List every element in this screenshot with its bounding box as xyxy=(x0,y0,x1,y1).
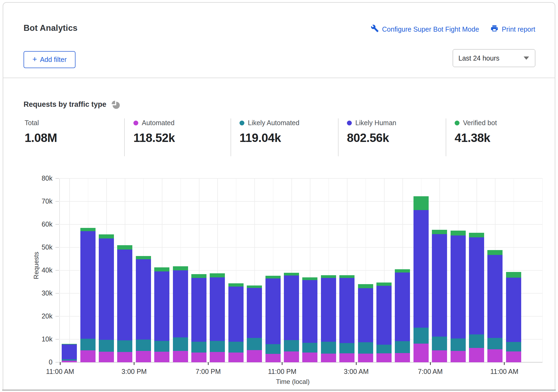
bar-segment-likely-human xyxy=(432,234,447,337)
bar-6:00 AM[interactable] xyxy=(413,178,429,362)
bar-segment-automated xyxy=(117,352,132,362)
x-axis-tick xyxy=(356,362,357,365)
bar-segment-automated xyxy=(487,349,503,362)
bar-segment-likely-automated xyxy=(228,342,244,353)
bar-segment-likely-automated xyxy=(284,340,299,351)
x-tick-label: 11:00 AM xyxy=(37,368,83,376)
bar-segment-likely-human xyxy=(265,278,281,344)
y-axis-tick xyxy=(55,316,59,317)
bar-9:00 AM[interactable] xyxy=(469,178,484,362)
print-report-link[interactable]: Print report xyxy=(490,24,535,34)
bar-segment-likely-automated xyxy=(358,342,373,354)
bar-2:00 PM[interactable] xyxy=(117,178,132,362)
bar-9:00 PM[interactable] xyxy=(247,178,262,362)
bar-segment-verified-bot xyxy=(395,269,410,273)
likely-human-dot-icon xyxy=(347,121,352,125)
bar-segment-automated xyxy=(228,353,244,362)
configure-super-bot-fight-mode-link[interactable]: Configure Super Bot Fight Mode xyxy=(371,24,479,34)
add-filter-button[interactable]: + Add filter xyxy=(24,51,76,68)
bar-segment-verified-bot xyxy=(154,267,169,271)
y-axis-tick xyxy=(55,339,59,340)
stat-likely-automated: Likely Automated 119.04k xyxy=(239,119,299,145)
bar-segment-verified-bot xyxy=(191,274,206,278)
bar-11:00 AM[interactable] xyxy=(62,178,77,362)
bar-segment-verified-bot xyxy=(99,234,114,238)
y-tick-label: 30k xyxy=(34,289,52,297)
stat-value: 119.04k xyxy=(239,131,299,145)
bar-3:00 PM[interactable] xyxy=(136,178,151,362)
bot-analytics-card: Bot Analytics Configure Super Bot Fight … xyxy=(3,2,555,390)
stat-automated: Automated 118.52k xyxy=(133,119,175,145)
x-tick-label: 11:00 PM xyxy=(259,368,305,376)
bar-segment-automated xyxy=(469,348,484,362)
bar-8:00 PM[interactable] xyxy=(228,178,244,362)
bar-segment-automated xyxy=(62,361,77,362)
bar-4:00 AM[interactable] xyxy=(376,178,392,362)
bar-5:00 AM[interactable] xyxy=(395,178,410,362)
bar-segment-likely-automated xyxy=(432,337,447,350)
y-tick-label: 0 xyxy=(34,358,52,366)
bar-segment-verified-bot xyxy=(358,284,373,288)
stat-value: 41.38k xyxy=(455,131,497,145)
bar-segment-likely-automated xyxy=(136,340,151,351)
bar-1:00 AM[interactable] xyxy=(321,178,336,362)
bar-5:00 PM[interactable] xyxy=(173,178,188,362)
stat-label: Likely Automated xyxy=(248,119,299,127)
bar-11:00 PM[interactable] xyxy=(284,178,299,362)
bar-segment-verified-bot xyxy=(265,276,281,278)
pie-chart-icon xyxy=(111,99,120,109)
configure-link-label: Configure Super Bot Fight Mode xyxy=(382,25,479,33)
bar-segment-likely-automated xyxy=(302,343,317,353)
bar-7:00 PM[interactable] xyxy=(210,178,225,362)
gridline-vertical xyxy=(542,178,543,362)
y-axis-tick xyxy=(55,247,59,248)
bar-segment-likely-human xyxy=(469,237,484,335)
bar-12:00 PM[interactable] xyxy=(80,178,96,362)
bar-segment-automated xyxy=(413,344,429,362)
bar-10:00 PM[interactable] xyxy=(265,178,281,362)
bar-segment-likely-automated xyxy=(413,328,429,344)
x-tick-label: 3:00 AM xyxy=(333,368,379,376)
bar-12:00 AM[interactable] xyxy=(302,178,317,362)
printer-icon xyxy=(490,24,498,34)
y-axis-tick xyxy=(55,224,59,225)
stat-verified-bot: Verified bot 41.38k xyxy=(455,119,497,145)
bar-3:00 AM[interactable] xyxy=(358,178,373,362)
bar-segment-automated xyxy=(99,352,114,362)
page-title: Bot Analytics xyxy=(24,23,78,33)
bar-segment-likely-human xyxy=(321,278,336,341)
bar-segment-automated xyxy=(210,352,225,362)
bar-segment-likely-automated xyxy=(339,343,355,353)
bar-1:00 PM[interactable] xyxy=(99,178,114,362)
bar-segment-likely-human xyxy=(80,231,96,339)
time-range-select[interactable]: Last 24 hours xyxy=(453,49,535,67)
bar-segment-automated xyxy=(173,351,188,363)
bar-segment-likely-automated xyxy=(210,341,225,352)
stat-divider xyxy=(124,118,125,156)
bar-segment-likely-human xyxy=(154,271,169,341)
bar-segment-verified-bot xyxy=(136,256,151,259)
stat-label: Total xyxy=(25,119,39,127)
bar-segment-automated xyxy=(136,351,151,363)
y-tick-label: 20k xyxy=(34,312,52,320)
y-axis-tick xyxy=(55,293,59,294)
y-tick-label: 70k xyxy=(34,197,52,205)
bar-segment-automated xyxy=(506,351,521,362)
bar-segment-likely-automated xyxy=(506,342,521,351)
stat-label: Automated xyxy=(142,119,175,127)
bar-6:00 PM[interactable] xyxy=(191,178,206,362)
bar-segment-verified-bot xyxy=(487,250,503,255)
x-axis-title: Time (local) xyxy=(255,378,331,386)
bar-2:00 AM[interactable] xyxy=(339,178,355,362)
bar-8:00 AM[interactable] xyxy=(451,178,466,362)
x-axis-tick xyxy=(282,362,283,365)
bar-segment-verified-bot xyxy=(302,277,317,280)
x-axis-tick xyxy=(60,362,61,365)
bar-segment-automated xyxy=(432,350,447,362)
bar-segment-verified-bot xyxy=(117,245,132,250)
bar-10:00 AM[interactable] xyxy=(487,178,503,362)
bar-11:00 AM[interactable] xyxy=(506,178,521,362)
bar-7:00 AM[interactable] xyxy=(432,178,447,362)
bar-segment-automated xyxy=(395,353,410,362)
bar-4:00 PM[interactable] xyxy=(154,178,169,362)
